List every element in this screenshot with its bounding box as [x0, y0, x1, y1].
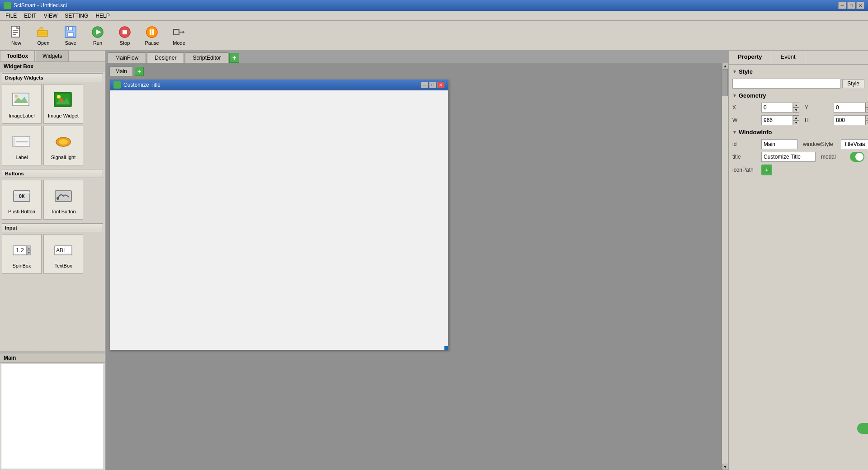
tab-property[interactable]: Property [729, 51, 771, 64]
windowstyle-select[interactable]: titleVisia noTitle fullscreen [841, 139, 868, 149]
h-input[interactable] [834, 115, 865, 125]
resize-handle[interactable] [444, 346, 448, 350]
stop-button[interactable]: Stop [112, 23, 137, 48]
style-section-label: Style [739, 68, 753, 75]
tab-scripteditor[interactable]: ScriptEditor [185, 52, 228, 63]
iconpath-button[interactable]: + [761, 164, 772, 175]
svg-rect-15 [123, 30, 127, 34]
xy-row: X ▲ ▼ Y ▲ ▼ [732, 103, 864, 113]
app-icon [4, 2, 11, 9]
scroll-down-btn[interactable]: ▼ [722, 464, 728, 470]
y-spin-up[interactable]: ▲ [865, 103, 868, 108]
style-button[interactable]: Style [842, 79, 864, 88]
x-spin-up[interactable]: ▲ [793, 103, 799, 108]
svg-rect-9 [67, 27, 72, 31]
main-tabs: MainFlow Designer ScriptEditor + [106, 51, 728, 63]
widget-push-button[interactable]: OK Push Button [2, 180, 42, 220]
bottom-panel-body [1, 364, 104, 469]
run-icon [90, 25, 105, 39]
w-spin-down[interactable]: ▼ [793, 120, 799, 125]
svg-rect-10 [68, 33, 73, 37]
tab-event[interactable]: Event [771, 51, 805, 64]
signal-light-icon [52, 131, 74, 153]
add-tab-button[interactable]: + [229, 53, 239, 63]
save-button[interactable]: Save [58, 23, 83, 48]
style-section-header[interactable]: ▼ Style [732, 68, 864, 75]
w-spin-up[interactable]: ▲ [793, 115, 799, 120]
section-input[interactable]: Input [2, 223, 103, 232]
toggle-knob [855, 153, 863, 161]
svg-text:▼: ▼ [27, 251, 31, 255]
designer-maximize-btn[interactable]: □ [429, 82, 436, 88]
menu-setting[interactable]: SETTING [61, 12, 92, 20]
green-side-tab[interactable] [857, 423, 868, 434]
designer-window-body[interactable] [110, 90, 448, 350]
designer-window-title-text: Customize Title [123, 82, 160, 88]
tab-toolbox[interactable]: ToolBox [0, 51, 35, 61]
menu-help[interactable]: HELP [92, 12, 113, 20]
tab-designer[interactable]: Designer [147, 52, 184, 63]
menu-view[interactable]: VIEW [40, 12, 61, 20]
windowinfo-section-header[interactable]: ▼ WindowInfo [732, 129, 864, 136]
tab-widgets[interactable]: Widgets [36, 51, 69, 61]
designer-window-titlebar: Customize Title ─ □ ✕ [110, 80, 448, 90]
pause-label: Pause [145, 40, 159, 46]
pause-button[interactable]: Pause [139, 23, 165, 48]
w-input[interactable] [761, 115, 793, 125]
menu-edit[interactable]: EDIT [20, 12, 40, 20]
mode-button[interactable]: Mode [166, 23, 192, 48]
title-bar-controls[interactable]: ─ □ ✕ [838, 2, 864, 9]
designer-minimize-btn[interactable]: ─ [421, 82, 428, 88]
widget-image-label[interactable]: ImageLabel [2, 84, 42, 124]
designer-sub-tab-main[interactable]: Main [109, 66, 133, 76]
h-spin-up[interactable]: ▲ [865, 115, 868, 120]
designer-close-btn[interactable]: ✕ [437, 82, 444, 88]
designer-area: Main + Customize Title ─ □ ✕ [106, 63, 722, 470]
close-button[interactable]: ✕ [856, 2, 864, 9]
scroll-thumb[interactable] [722, 69, 728, 96]
widget-spinbox[interactable]: 1.2 ▲ ▼ SpinBox [2, 234, 42, 274]
id-input[interactable] [761, 139, 797, 149]
x-spin-down[interactable]: ▼ [793, 108, 799, 113]
h-spin-down[interactable]: ▼ [865, 120, 868, 125]
geometry-section-header[interactable]: ▼ Geometry [732, 92, 864, 99]
modal-toggle[interactable] [850, 152, 864, 162]
modal-label: modal [821, 154, 848, 160]
textbox-text: TextBox [54, 263, 72, 268]
toolbar: New Open Save [0, 21, 868, 51]
title-input[interactable] [761, 152, 816, 162]
section-display[interactable]: Display Widgets [2, 73, 103, 82]
style-input[interactable] [732, 79, 840, 89]
y-label: Y [805, 104, 832, 111]
run-button[interactable]: Run [85, 23, 110, 48]
new-button[interactable]: New [4, 23, 29, 48]
widget-tool-button[interactable]: Tool Button [43, 180, 83, 220]
open-button[interactable]: Open [31, 23, 56, 48]
maximize-button[interactable]: □ [847, 2, 855, 9]
image-widget-icon [52, 89, 74, 111]
section-buttons[interactable]: Buttons [2, 169, 103, 178]
add-page-button[interactable]: + [135, 67, 144, 76]
widget-signal-light[interactable]: SignalLight [43, 126, 83, 165]
x-input[interactable] [761, 103, 793, 113]
widget-textbox[interactable]: ABI TextBox [43, 234, 83, 274]
style-row: Style [732, 79, 864, 89]
tab-mainflow[interactable]: MainFlow [108, 52, 146, 63]
svg-text:OK: OK [19, 193, 25, 199]
minimize-button[interactable]: ─ [838, 2, 846, 9]
widget-image-widget[interactable]: Image Widget [43, 84, 83, 124]
image-widget-text: Image Widget [48, 113, 79, 118]
menu-file[interactable]: FILE [2, 12, 20, 20]
signal-light-text: SignalLight [51, 155, 75, 160]
widget-label[interactable]: Label [2, 126, 42, 165]
svg-text:▲: ▲ [27, 246, 31, 250]
designer-scrollbar[interactable]: ▲ ▼ [722, 63, 728, 470]
image-label-text: ImageLabel [9, 113, 35, 118]
y-input[interactable] [834, 103, 865, 113]
bottom-panel-header: Main [0, 353, 105, 363]
scroll-track[interactable] [722, 69, 728, 464]
svg-rect-11 [68, 27, 69, 30]
scroll-up-btn[interactable]: ▲ [722, 63, 728, 69]
left-tabs: ToolBox Widgets [0, 51, 105, 62]
y-spin-down[interactable]: ▼ [865, 108, 868, 113]
